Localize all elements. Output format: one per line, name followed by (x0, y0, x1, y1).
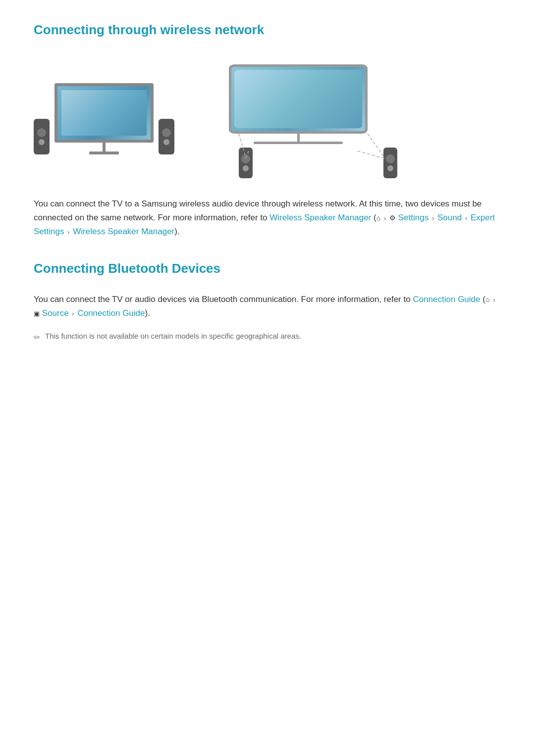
section2-body-text: You can connect the TV or audio devices … (34, 295, 411, 304)
bottom-right-speaker (383, 148, 397, 178)
chevron4: › (67, 228, 69, 236)
note-row: ✏ This function is not available on cert… (34, 330, 501, 344)
chevron3: › (465, 214, 467, 222)
note-text: This function is not available on certai… (45, 330, 301, 342)
settings-link[interactable]: Settings (398, 213, 428, 222)
right-speaker (159, 119, 174, 154)
section2-suffix: ). (145, 308, 150, 318)
connection-guide-link1[interactable]: Connection Guide (413, 295, 480, 304)
tv-with-speakers (34, 83, 174, 154)
chevron1: › (384, 214, 386, 222)
section1-title: Connecting through wireless network (34, 20, 501, 41)
settings-icon: ⚙ (389, 214, 396, 222)
sound-link[interactable]: Sound (437, 213, 462, 222)
svg-line-3 (368, 134, 384, 157)
pencil-icon: ✏ (34, 331, 40, 344)
source-link[interactable]: Source (42, 308, 69, 318)
source-icon: ▣ (34, 310, 40, 317)
section1-suffix: ). (174, 227, 179, 236)
section2-title: Connecting Bluetooth Devices (34, 258, 501, 279)
svg-line-1 (358, 151, 384, 158)
left-speaker (34, 119, 50, 154)
tv-stand (103, 143, 106, 151)
chevron5: › (493, 296, 495, 303)
wireless-speaker-manager-link1[interactable]: Wireless Speaker Manager (269, 213, 371, 222)
curved-stand (297, 134, 300, 142)
diagram-area (34, 54, 501, 183)
home-icon: ⌂ (376, 214, 380, 222)
diagram-right (219, 54, 407, 183)
tv-screen (54, 83, 154, 143)
tv-base (89, 151, 119, 154)
section2: Connecting Bluetooth Devices You can con… (34, 258, 501, 344)
tv-device (54, 83, 154, 154)
chevron2: › (432, 214, 434, 222)
curved-screen (229, 64, 368, 134)
section2-body: You can connect the TV or audio devices … (34, 293, 501, 320)
chevron6: › (72, 310, 74, 317)
bottom-left-speaker (239, 148, 253, 178)
connection-guide-link2[interactable]: Connection Guide (77, 308, 145, 318)
section1-body: You can connect the TV to a Samsung wire… (34, 197, 501, 239)
curved-base (254, 142, 343, 144)
home-icon2: ⌂ (485, 296, 489, 303)
diagram-left (34, 83, 174, 154)
curved-tv (229, 64, 368, 144)
wireless-speaker-manager-link2[interactable]: Wireless Speaker Manager (73, 227, 174, 236)
